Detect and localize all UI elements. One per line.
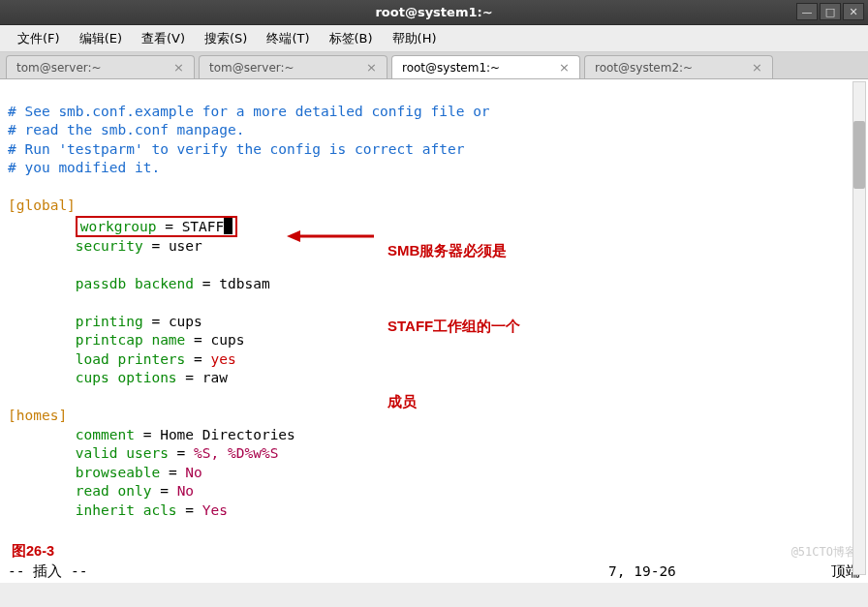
comment-line: # read the smb.conf manpage. [8,122,244,137]
watermark: @51CTO博客 [791,543,856,562]
tab-1[interactable]: tom@server:~ × [199,55,388,78]
close-icon[interactable]: × [752,60,762,75]
tabbar: tom@server:~ × tom@server:~ × root@syste… [0,52,868,79]
window-controls: — □ ✕ [796,3,864,20]
menu-tabs[interactable]: 标签(B) [322,27,381,50]
highlighted-config: workgroup = STAFF [76,216,237,237]
menu-help[interactable]: 帮助(H) [385,27,445,50]
close-icon[interactable]: × [173,60,184,75]
tab-2[interactable]: root@system1:~ × [391,55,580,78]
close-icon[interactable]: × [366,60,377,75]
vim-statusbar: -- 插入 -- 7, 19-26 顶端 [8,562,860,582]
menu-terminal[interactable]: 终端(T) [259,27,317,50]
comment-line: # See smb.conf.example for a more detail… [8,104,490,119]
menu-search[interactable]: 搜索(S) [197,27,255,50]
menu-edit[interactable]: 编辑(E) [72,27,130,50]
close-button[interactable]: ✕ [843,3,864,20]
maximize-button[interactable]: □ [820,3,841,20]
scrollbar[interactable] [852,81,866,575]
scroll-thumb[interactable] [853,121,865,189]
section-homes: [homes] [8,408,67,423]
tab-0[interactable]: tom@server:~ × [6,55,195,78]
arrow-icon [287,229,374,243]
menu-view[interactable]: 查看(V) [134,27,193,50]
cursor-icon [224,218,232,234]
annotation-text: SMB服务器必须是 STAFF工作组的一个 成员 [388,188,520,465]
tab-label: tom@server:~ [209,61,294,75]
menubar: 文件(F) 编辑(E) 查看(V) 搜索(S) 终端(T) 标签(B) 帮助(H… [0,25,868,52]
titlebar: root@system1:~ — □ ✕ [0,0,868,25]
menu-file[interactable]: 文件(F) [10,27,68,50]
close-icon[interactable]: × [559,60,570,75]
vim-mode: -- 插入 -- [8,562,87,582]
minimize-button[interactable]: — [796,3,818,20]
comment-line: # you modified it. [8,160,160,175]
svg-marker-1 [287,230,300,242]
tab-label: root@system2:~ [595,61,693,75]
window-title: root@system1:~ [375,5,492,19]
tab-label: tom@server:~ [16,61,102,75]
cursor-position: 7, 19-26 [608,562,676,582]
tab-3[interactable]: root@system2:~ × [584,55,773,78]
figure-label: 图26-3 [12,542,54,561]
section-global: [global] [8,197,76,213]
tab-label: root@system1:~ [402,61,500,75]
comment-line: # Run 'testparm' to verify the config is… [8,141,464,157]
terminal-content[interactable]: # See smb.conf.example for a more detail… [0,79,868,583]
